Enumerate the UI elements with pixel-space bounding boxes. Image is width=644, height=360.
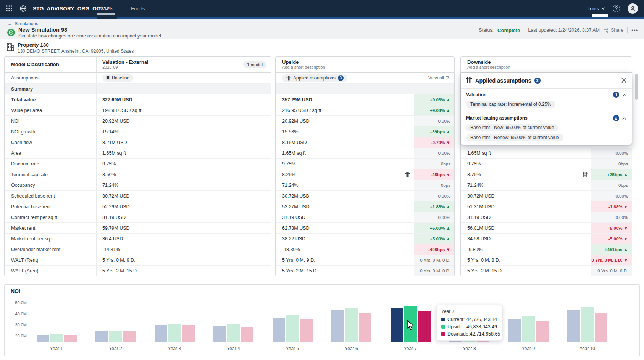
bar-downside-year-2[interactable] bbox=[123, 331, 136, 342]
applied-assumptions-chip[interactable]: Applied assumptions3 bbox=[282, 74, 347, 82]
bar-upside-year-5[interactable] bbox=[286, 315, 299, 342]
bar-current-year-3[interactable] bbox=[155, 325, 167, 342]
valuation-card: Model Classification Valuation - Externa… bbox=[4, 56, 271, 276]
bar-upside-year-1[interactable] bbox=[50, 334, 63, 342]
globe-icon[interactable] bbox=[18, 3, 28, 14]
simulation-icon bbox=[7, 28, 15, 38]
simulation-page: STG_ADVISORY_ORG_OCT17 AssetsFunds Tools… bbox=[0, 0, 644, 360]
noi-chart-card: NOI 50.0M40.0M30.0M20.0MYear 1Year 2Year… bbox=[4, 284, 640, 357]
bar-current-year-7[interactable] bbox=[391, 308, 403, 342]
more-menu-button[interactable]: ••• bbox=[631, 28, 638, 33]
metric-base-value: 31.19 USD bbox=[97, 215, 126, 220]
property-name[interactable]: Property 130 bbox=[18, 42, 49, 48]
chart-title: NOI bbox=[11, 288, 20, 294]
collapse-toggle[interactable] bbox=[622, 91, 626, 98]
downside-change-badge: 0.00% bbox=[591, 148, 632, 158]
vertical-scrollbar[interactable] bbox=[635, 74, 638, 100]
bar-downside-year-9[interactable] bbox=[536, 321, 549, 342]
close-icon[interactable] bbox=[621, 78, 626, 83]
bar-upside-year-6[interactable] bbox=[345, 308, 358, 342]
legend-swatch bbox=[441, 332, 445, 336]
assumption-chip[interactable]: Base rent - Renew: 95.00% of current val… bbox=[466, 134, 563, 141]
table-row-market-rent-per-sq-ft: 38.22 USD+5.00% ▲ bbox=[276, 233, 454, 244]
tooltip-row: Current:44,776,343.14 bbox=[441, 317, 497, 322]
metric-base-value: 30.72M USD bbox=[97, 193, 130, 199]
bar-upside-year-3[interactable] bbox=[168, 324, 181, 342]
table-row-potential-base-rent: 51.31M USD-1.88% ▼ bbox=[461, 201, 632, 212]
table-row-over-under-market-rent: Over/under market rent-14.31% bbox=[5, 244, 271, 255]
apps-grid-icon[interactable] bbox=[4, 3, 15, 14]
metric-label: Contract rent per sq ft bbox=[5, 212, 97, 222]
person-icon bbox=[630, 6, 636, 11]
bar-current-year-1[interactable] bbox=[37, 335, 49, 342]
bar-current-year-4[interactable] bbox=[213, 326, 226, 342]
header-meta: Status: Complete Last updated: 1/24/2026… bbox=[479, 27, 638, 33]
assumption-chip[interactable]: Base rent - New: 95.00% of current value bbox=[466, 124, 558, 131]
table-row-value-per-area: Value per area198.98 USD / sq ft bbox=[5, 105, 271, 115]
bar-downside-year-6[interactable] bbox=[359, 313, 371, 342]
share-label: Share bbox=[611, 28, 623, 33]
tab-funds[interactable]: Funds bbox=[127, 0, 148, 17]
downside-description-placeholder[interactable]: Add a short description bbox=[467, 65, 632, 70]
share-button[interactable]: Share bbox=[604, 28, 623, 33]
bar-current-year-5[interactable] bbox=[273, 318, 285, 342]
sliders-icon-button[interactable] bbox=[405, 172, 410, 177]
bar-upside-year-4[interactable] bbox=[227, 324, 240, 342]
y-axis-tick: 50.0M bbox=[10, 300, 27, 305]
table-row-scheduled-base-rent: 30.72M USD0.00% bbox=[461, 190, 632, 201]
tools-menu[interactable]: Tools bbox=[588, 6, 605, 11]
divider bbox=[627, 27, 628, 33]
metric-base-value: 198.98 USD / sq ft bbox=[97, 108, 141, 113]
metric-base-value: 9.75% bbox=[97, 161, 116, 167]
table-row-contract-rent-per-sq-ft: 31.19 USD0.00% bbox=[461, 212, 632, 222]
downside-change-badge: 0.00% bbox=[591, 212, 632, 222]
bar-downside-year-10[interactable] bbox=[595, 313, 607, 342]
sort-icon bbox=[446, 75, 450, 80]
group-count-badge: 2 bbox=[613, 115, 619, 121]
panel-group-header: Market leasing assumptions2 bbox=[466, 115, 626, 122]
bar-downside-year-7[interactable] bbox=[418, 311, 431, 342]
valuation-rows: AssumptionsBaselineSummaryTotal value327… bbox=[5, 73, 271, 276]
valuation-period: 2025-09 bbox=[102, 65, 148, 70]
view-all-button[interactable]: View all bbox=[428, 75, 454, 81]
bar-downside-year-1[interactable] bbox=[64, 335, 77, 342]
assumption-chip[interactable]: Terminal cap rate: Incremental of 0.25% bbox=[466, 101, 555, 108]
panel-group-valuation: Valuation1Terminal cap rate: Incremental… bbox=[461, 89, 632, 112]
downside-value: 5 Yrs. 2 M. 15 D. bbox=[461, 266, 591, 276]
table-row-total-value: Total value327.69M USD bbox=[5, 94, 271, 105]
bar-downside-year-3[interactable] bbox=[182, 325, 195, 342]
breadcrumb[interactable]: ← Simulations bbox=[8, 21, 38, 26]
bar-current-year-9[interactable] bbox=[508, 319, 521, 342]
user-avatar[interactable] bbox=[628, 3, 638, 14]
tooltip-series-value: 46,838,043.49 bbox=[466, 324, 497, 329]
status-label: Status: bbox=[479, 28, 494, 33]
bar-upside-year-9[interactable] bbox=[522, 316, 535, 342]
bar-current-year-6[interactable] bbox=[331, 310, 344, 342]
table-row-terminal-cap-rate: 8.75%+25bps ▲ bbox=[461, 169, 632, 180]
bar-current-year-10[interactable] bbox=[567, 310, 580, 342]
upside-change-badge: 0.00% bbox=[414, 191, 454, 201]
baseline-chip[interactable]: Baseline bbox=[102, 74, 133, 82]
bar-downside-year-5[interactable] bbox=[300, 319, 313, 342]
applied-assumptions-cell: Applied assumptions3View all bbox=[276, 73, 454, 83]
table-row-walt-rent: 5 Yrs. 0 M. 8 D.-0 Yrs. 0 M. 1 D. ▼ bbox=[461, 255, 632, 265]
bar-upside-year-2[interactable] bbox=[109, 331, 122, 342]
upside-value: 38.22 USD bbox=[276, 234, 414, 244]
bar-downside-year-4[interactable] bbox=[241, 327, 253, 342]
bar-upside-year-10[interactable] bbox=[581, 307, 594, 342]
help-icon[interactable]: ? bbox=[613, 5, 620, 12]
upside-description-placeholder[interactable]: Add a short description bbox=[282, 65, 454, 70]
downside-value: 31.19 USD bbox=[461, 212, 591, 222]
sliders-icon-button[interactable] bbox=[583, 172, 588, 177]
collapse-toggle[interactable] bbox=[622, 115, 626, 122]
upside-value: 1.65M sq ft bbox=[276, 148, 414, 158]
tab-assets[interactable]: Assets bbox=[95, 0, 117, 17]
metric-label: Scheduled base rent bbox=[5, 191, 97, 201]
metric-label: Market rent bbox=[5, 223, 97, 233]
bar-current-year-2[interactable] bbox=[95, 331, 108, 342]
upside-title: Upside bbox=[282, 59, 454, 65]
metric-base-value: 52.29M USD bbox=[97, 204, 130, 209]
upside-change-badge: +5.00% ▲ bbox=[414, 223, 454, 233]
breadcrumb-label: Simulations bbox=[15, 21, 38, 26]
chart-gridline bbox=[29, 303, 635, 303]
